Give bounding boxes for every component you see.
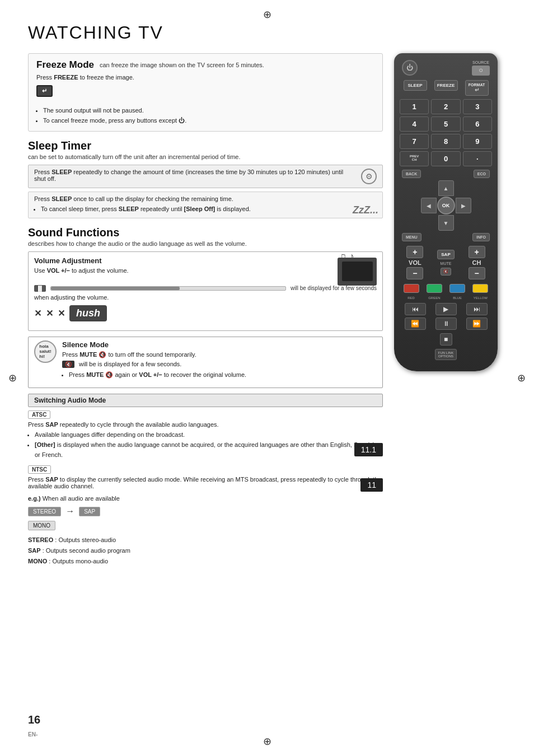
volume-adjustment-instruction: Use VOL +/− to adjust the volume.	[34, 267, 377, 274]
remote-control: ⏻ SOURCE ⬡ SLEEP FREEZE	[394, 53, 498, 371]
stop-button[interactable]: ■	[440, 333, 452, 346]
legend-sap: SAP : Outputs second audio program	[28, 545, 383, 556]
blue-button[interactable]	[449, 284, 465, 293]
volume-adjustment-title: Volume Adjustment	[34, 256, 377, 265]
eg-section: e.g.) When all audio are available STERE…	[28, 495, 383, 530]
num-8[interactable]: 8	[431, 134, 460, 149]
fun-link-row: FUN LINKOPTIONS	[400, 349, 492, 360]
mute-label: MUTE	[441, 262, 452, 265]
freeze-bullet-1: The sound output will not be paused.	[43, 106, 374, 116]
menu-button[interactable]: MENU	[402, 233, 421, 241]
atsc-details: Available languages differ depending on …	[28, 430, 383, 460]
page-container: ⊕ ⊕ ⊕ ⊕ WATCHING TV Freeze Mode can free…	[0, 0, 534, 756]
fast-forward-button[interactable]: ⏩	[466, 318, 488, 330]
sound-functions-subtitle: describes how to change the audio or the…	[28, 240, 383, 247]
dpad-right[interactable]: ▶	[456, 198, 471, 213]
dot-button[interactable]: ·	[463, 151, 492, 166]
back-button[interactable]: BACK	[402, 170, 421, 178]
next-track-button[interactable]: ⏭	[466, 303, 488, 315]
sleep-instruction-1: Press SLEEP repeatedly to change the amo…	[28, 165, 383, 188]
freeze-button[interactable]: FREEZE	[434, 80, 458, 96]
audio-channel-diagram-2: MONO	[28, 521, 383, 530]
vol-plus-button[interactable]: +	[406, 246, 423, 258]
ch-col: + CH −	[469, 246, 485, 279]
green-label: GREEN	[427, 296, 442, 300]
vol-minus-button[interactable]: −	[406, 267, 423, 279]
ch-plus-button[interactable]: +	[469, 246, 485, 258]
num-6[interactable]: 6	[463, 116, 492, 132]
vol-bar-desc: will be displayed for a few seconds	[291, 285, 377, 291]
source-button[interactable]: ⬡	[472, 66, 490, 76]
vol-bar	[50, 286, 286, 291]
sleep-button[interactable]: SLEEP	[404, 80, 427, 96]
sound-functions-title: Sound Functions	[28, 226, 383, 239]
ok-button[interactable]: OK	[437, 197, 455, 214]
silence-instruction-2-row: 🔇 will be is displayed for a few seconds…	[62, 361, 377, 368]
info-button[interactable]: INFO	[472, 233, 490, 241]
left-content: Freeze Mode can freeze the image shown o…	[28, 53, 394, 574]
bottom-row: ■	[400, 333, 492, 346]
power-button[interactable]: ⏻	[402, 60, 418, 76]
rewind-button[interactable]: ⏪	[405, 318, 426, 330]
num-1[interactable]: 1	[400, 99, 429, 114]
sleep-timer-title: Sleep Timer	[28, 139, 383, 152]
play-button[interactable]: ▶	[435, 303, 457, 315]
volume-adjustment-box: ♫ ♪ Volume Adjustment Use VOL +/− to adj…	[28, 251, 383, 331]
mute-col: SAP MUTE 🔇	[437, 250, 454, 276]
legend-stereo: STEREO : Outputs stereo-audio	[28, 535, 383, 545]
ch-minus-button[interactable]: −	[469, 267, 485, 279]
fun-link-button[interactable]: FUN LINKOPTIONS	[435, 349, 457, 360]
eco-button[interactable]: ECO	[474, 170, 490, 178]
source-label: SOURCE	[472, 60, 489, 64]
yellow-button[interactable]	[472, 284, 488, 293]
silence-bullets: Press MUTE 🔇 again or VOL +/− to recover…	[69, 370, 377, 380]
atsc-instruction: Press SAP repeatedly to cycle through th…	[28, 421, 383, 428]
sleep-icon: ⚙	[361, 169, 377, 184]
stereo-ch-box: STEREO	[28, 507, 61, 516]
media-row-1: ⏮ ▶ ⏭	[400, 303, 492, 315]
atsc-section: ATSC Press SAP repeatedly to cycle throu…	[28, 410, 383, 460]
mute-button[interactable]: 🔇	[441, 268, 451, 276]
vol-col: + VOL −	[406, 246, 423, 279]
vol-label: VOL	[409, 259, 421, 266]
pause-button[interactable]: ⏸	[435, 318, 457, 330]
sap-button[interactable]: SAP	[437, 250, 454, 259]
reg-mark-bottom: ⊕	[263, 735, 271, 748]
prev-track-button[interactable]: ⏮	[405, 303, 426, 315]
num-9[interactable]: 9	[463, 134, 492, 149]
tv-illustration	[338, 258, 377, 286]
sleep-instruction-1-text: Press SLEEP repeatedly to change the amo…	[34, 169, 361, 182]
freeze-instruction: Press FREEZE to freeze the image.	[36, 74, 374, 81]
num-4[interactable]: 4	[400, 116, 429, 132]
legend-mono: MONO : Outputs mono-audio	[28, 556, 383, 567]
dpad-down[interactable]: ▼	[438, 215, 454, 231]
prev-ch-button[interactable]: PREVCH	[400, 151, 429, 166]
num-5[interactable]: 5	[431, 116, 460, 132]
silence-instruction-2: will be is displayed for a few seconds.	[79, 361, 181, 367]
silence-mode-title: Silence Mode	[62, 340, 377, 349]
ntsc-section: NTSC Press SAP to display the currently …	[28, 465, 383, 489]
num-0[interactable]: 0	[431, 151, 460, 166]
num-7[interactable]: 7	[400, 134, 429, 149]
dpad-left[interactable]: ◀	[421, 198, 437, 213]
yellow-label: YELLOW	[472, 296, 488, 300]
num-3[interactable]: 3	[463, 99, 492, 114]
media-row-2: ⏪ ⏸ ⏩	[400, 318, 492, 330]
atsc-bullets: Available languages differ depending on …	[35, 430, 383, 460]
num-2[interactable]: 2	[431, 99, 460, 114]
hush-illustration: ✕ ✕ ✕ hush	[34, 305, 377, 321]
vol-adjust-desc: when adjusting the volume.	[34, 294, 377, 301]
sleep-timer-subtitle: can be set to automatically turn off the…	[28, 153, 383, 160]
red-button[interactable]	[404, 284, 419, 293]
green-button[interactable]	[427, 284, 442, 293]
atsc-badge: ATSC	[28, 410, 50, 419]
page-number: 16 EN-	[28, 713, 40, 739]
dpad-up[interactable]: ▲	[438, 180, 454, 196]
audio-channel-diagram: STEREO → SAP	[28, 506, 383, 516]
ntsc-details: Press SAP to display the currently selec…	[28, 476, 383, 489]
format-button[interactable]: FORMAT ↵	[465, 80, 489, 96]
reg-mark-left: ⊕	[8, 372, 17, 384]
silence-instruction-1: Press MUTE 🔇 to turn off the sound tempo…	[62, 351, 377, 358]
vol-ch-section: + VOL − SAP MUTE 🔇 + CH −	[400, 246, 492, 279]
dpad-section: BACK ECO ▲ ◀ OK ▶ ▼ MENU INFO	[400, 170, 492, 241]
